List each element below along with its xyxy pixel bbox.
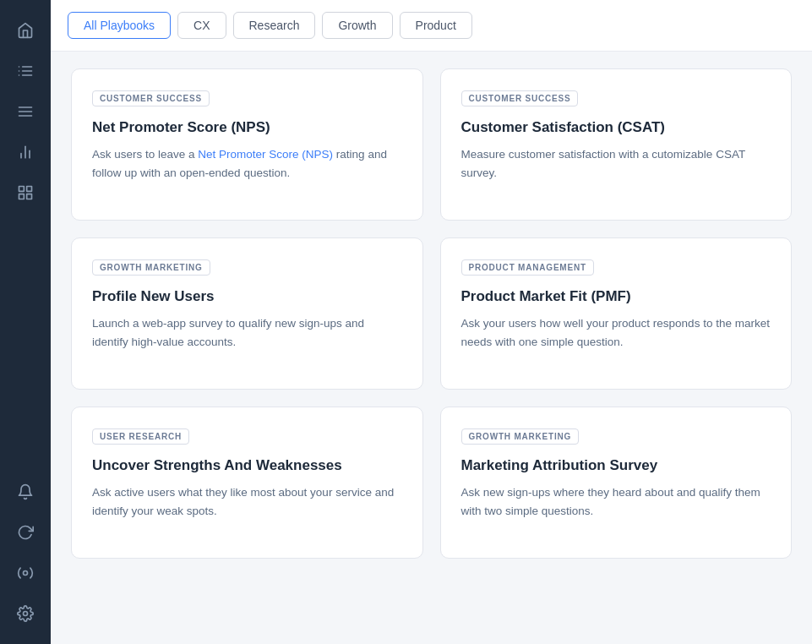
card-category: Growth Marketing (461, 428, 580, 445)
home-icon[interactable] (8, 14, 42, 47)
svg-point-16 (24, 571, 28, 576)
card-uncover-strengths[interactable]: User Research Uncover Strengths And Weak… (71, 407, 423, 559)
card-desc: Launch a web-app survey to qualify new s… (92, 314, 402, 351)
filter-cx[interactable]: CX (177, 12, 226, 39)
card-category: User Research (92, 428, 189, 445)
card-desc: Measure customer satisfaction with a cut… (461, 145, 771, 182)
menu-icon[interactable] (8, 95, 42, 128)
card-desc: Ask active users what they like most abo… (92, 483, 402, 520)
svg-rect-12 (19, 187, 25, 192)
card-title: Uncover Strengths And Weaknesses (92, 456, 402, 475)
filter-bar: All Playbooks CX Research Growth Product (51, 0, 812, 52)
cards-area: Customer Success Net Promoter Score (NPS… (51, 52, 812, 644)
card-category: Growth Marketing (92, 259, 210, 276)
bell-icon[interactable] (8, 475, 42, 509)
cards-grid: Customer Success Net Promoter Score (NPS… (71, 68, 792, 559)
card-marketing-attribution[interactable]: Growth Marketing Marketing Attribution S… (440, 407, 793, 559)
highlight-text: Net Promoter Score (NPS) (198, 148, 333, 161)
list-icon[interactable] (8, 54, 42, 88)
card-title: Net Promoter Score (NPS) (92, 118, 402, 137)
card-title: Product Market Fit (PMF) (461, 287, 771, 306)
card-desc: Ask users to leave a Net Promoter Score … (92, 145, 402, 182)
card-profile-new-users[interactable]: Growth Marketing Profile New Users Launc… (71, 237, 423, 390)
card-category: Customer Success (92, 90, 210, 106)
main-content: All Playbooks CX Research Growth Product… (51, 0, 812, 644)
card-csat[interactable]: Customer Success Customer Satisfaction (… (440, 68, 793, 221)
card-desc: Ask your users how well your product res… (461, 314, 771, 351)
svg-rect-14 (27, 194, 32, 199)
card-desc: Ask new sign-ups where they heard about … (461, 483, 771, 520)
refresh-icon[interactable] (8, 516, 42, 549)
svg-rect-13 (27, 187, 32, 192)
filter-research[interactable]: Research (233, 12, 316, 39)
card-title: Marketing Attribution Survey (461, 456, 771, 475)
card-title: Profile New Users (92, 287, 402, 306)
card-pmf[interactable]: Product Management Product Market Fit (P… (440, 237, 793, 390)
widget-icon[interactable] (8, 556, 42, 590)
card-category: Customer Success (461, 90, 579, 106)
settings-icon[interactable] (8, 597, 42, 630)
card-category: Product Management (461, 259, 594, 276)
filter-growth[interactable]: Growth (322, 12, 392, 39)
svg-rect-15 (19, 194, 25, 199)
chart-icon[interactable] (8, 135, 42, 169)
team-icon[interactable] (8, 176, 42, 210)
card-nps[interactable]: Customer Success Net Promoter Score (NPS… (71, 68, 423, 221)
card-title: Customer Satisfaction (CSAT) (461, 118, 771, 137)
filter-product[interactable]: Product (400, 12, 472, 39)
svg-point-17 (24, 612, 28, 616)
sidebar (0, 0, 51, 644)
filter-all-playbooks[interactable]: All Playbooks (68, 12, 171, 39)
